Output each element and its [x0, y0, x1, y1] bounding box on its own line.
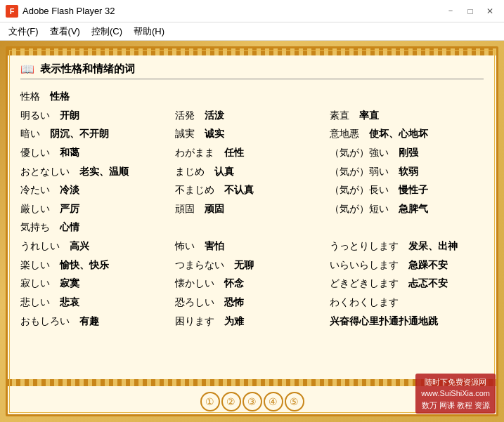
- nav-dot-1[interactable]: ①: [200, 392, 220, 411]
- table-row: うれしい 高兴 怖い 害怕 うっとりします 发呆、出神: [20, 237, 484, 256]
- watermark: 随时下免费资源网 www.SuiShiXia.com 数万 网课 教程 资源: [415, 374, 496, 414]
- app-icon: F: [6, 5, 18, 18]
- table-row: 冷たい 冷淡 不まじめ 不认真 （気が）長い 慢性子: [20, 181, 484, 199]
- table-row: おとなしい 老实、温顺 まじめ 认真 （気が）弱い 软弱: [20, 163, 484, 181]
- main-area: 📖 表示性格和情绪的词 性格 性格 明るい 开朗 活発 活泼 素直 率直: [0, 41, 504, 422]
- minimize-button[interactable]: －: [442, 4, 459, 18]
- menu-file[interactable]: 文件(F): [3, 24, 44, 39]
- section-title-text: 表示性格和情绪的词: [40, 62, 135, 76]
- row-col1: 性格 性格: [20, 88, 175, 106]
- menu-view[interactable]: 查看(V): [44, 24, 86, 39]
- table-row: 暗い 阴沉、不开朗 誠実 诚实 意地悪 使坏、心地坏: [20, 125, 484, 143]
- title-bar: F Adobe Flash Player 32 － □ ✕: [0, 0, 504, 22]
- app-title: Adobe Flash Player 32: [22, 6, 442, 16]
- table-row: 寂しい 寂寞 懐かしい 怀念 どきどきします 忐忑不安: [20, 275, 484, 293]
- nav-dot-2[interactable]: ②: [221, 392, 241, 411]
- table-row: 楽しい 愉快、快乐 つまらない 无聊 いらいらします 急躁不安: [20, 256, 484, 275]
- section-title: 📖 表示性格和情绪的词: [20, 62, 484, 79]
- table-row: 明るい 开朗 活発 活泼 素直 率直: [20, 107, 484, 125]
- menu-control[interactable]: 控制(C): [86, 24, 128, 39]
- deco-top: [8, 48, 496, 55]
- svg-text:F: F: [10, 7, 15, 15]
- maximize-button[interactable]: □: [462, 4, 479, 18]
- table-row: 厳しい 严厉 頑固 顽固 （気が）短い 急脾气: [20, 200, 484, 218]
- watermark-line2: www.SuiShiXia.com: [421, 388, 490, 400]
- menu-help[interactable]: 帮助(H): [128, 24, 170, 39]
- vocab-content: 性格 性格 明るい 开朗 活発 活泼 素直 率直 暗い 阴沉、不开朗 誠実 诚实…: [20, 88, 484, 330]
- close-button[interactable]: ✕: [482, 4, 498, 18]
- book-icon: 📖: [20, 62, 34, 76]
- table-row: 悲しい 悲哀 恐ろしい 恐怖 わくわくします: [20, 294, 484, 312]
- watermark-line3: 数万 网课 教程 资源: [421, 400, 490, 411]
- table-row: おもしろい 有趣 困ります 为难 兴奋得心里扑通扑通地跳: [20, 312, 484, 331]
- scroll-area[interactable]: 📖 表示性格和情绪的词 性格 性格 明るい 开朗 活発 活泼 素直 率直: [8, 55, 496, 379]
- table-row: 性格 性格: [20, 88, 484, 106]
- table-row: 気持ち 心情: [20, 218, 484, 237]
- nav-dot-3[interactable]: ③: [243, 392, 262, 411]
- content-frame: 📖 表示性格和情绪的词 性格 性格 明るい 开朗 活発 活泼 素直 率直: [6, 46, 498, 416]
- watermark-line1: 随时下免费资源网: [421, 376, 490, 388]
- nav-dot-5[interactable]: ⑤: [285, 392, 304, 411]
- menu-bar: 文件(F) 查看(V) 控制(C) 帮助(H): [0, 22, 504, 41]
- table-row: 優しい 和蔼 わがまま 任性 （気が）強い 刚强: [20, 144, 484, 162]
- window-controls: － □ ✕: [442, 4, 498, 18]
- nav-dot-4[interactable]: ④: [264, 392, 283, 411]
